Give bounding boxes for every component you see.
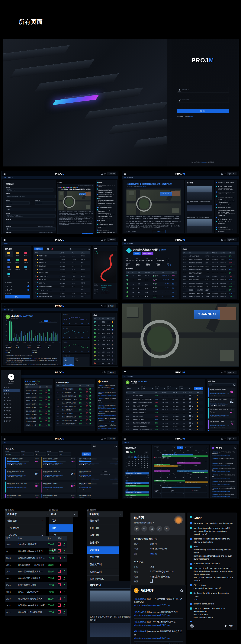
lock-icon[interactable] [197, 430, 198, 430]
calendar-event-item[interactable]: 例会17:30 [162, 457, 169, 458]
delete-icon[interactable] [58, 564, 61, 566]
task-link[interactable]: https://pm.youlishu.com/task/2712/view [98, 421, 116, 423]
grid-view-icon[interactable]: ▦ [88, 248, 90, 250]
save-icon[interactable] [48, 424, 50, 426]
save-icon[interactable] [89, 392, 90, 393]
related-item[interactable]: 浦东打造智能化“城市大脑” 构建9个图景的网格化综合管理体系 [187, 219, 212, 233]
report-icon[interactable] [192, 409, 193, 410]
save-icon[interactable] [48, 407, 50, 408]
mini-day[interactable]: 17 [134, 460, 136, 462]
delete-icon[interactable] [46, 396, 47, 398]
category-pdf[interactable]: pdf文档 [22, 252, 30, 257]
report-icon[interactable] [192, 406, 193, 406]
pm-task-item[interactable]: + 陈胜强 南星 任务2716: 云上贵州任务流程管理https://pm.yo… [134, 609, 183, 618]
drawer-item-1[interactable]: 项 目 [3, 389, 20, 392]
search-icon[interactable] [116, 446, 117, 447]
mini-day[interactable]: 3 [134, 456, 136, 458]
mini-day[interactable]: 8 [137, 466, 140, 468]
pm-task-item[interactable]: + 陈胜强 南星 任务2716: 云上贵州任务流程管理https://pm.yo… [212, 457, 235, 462]
file-stat-1[interactable]: ⇪正在上传7 [5, 284, 30, 288]
mini-day[interactable]: 4 [137, 456, 140, 458]
task-link[interactable]: https://pm.youlishu.com/task/2718/view [212, 454, 235, 456]
search-icon[interactable] [234, 447, 235, 448]
project-card[interactable]: 项目1342 南京双创大屏展示Aug 23 , 2019#新工能源可视化大屏#可… [42, 494, 76, 498]
delete-icon[interactable] [86, 413, 88, 414]
delete-icon[interactable] [46, 403, 47, 405]
delete-icon[interactable] [58, 557, 61, 559]
save-icon[interactable] [48, 403, 50, 405]
bell-icon[interactable] [101, 173, 102, 174]
task-link[interactable]: https://pm.youlishu.com/task/2658/view [134, 636, 183, 640]
query-submit-button[interactable]: 提交查询 [194, 387, 203, 390]
mini-day[interactable]: 29 [128, 464, 130, 466]
pm-task-item[interactable]: + 陈胜强 南星 任务2716: 云上贵州任务流程管理https://pm.yo… [98, 390, 116, 397]
gear-icon[interactable] [224, 438, 226, 440]
emoji-icon[interactable] [190, 624, 194, 628]
hours-input[interactable] [6, 221, 54, 224]
calendar-event-item[interactable]: 头脑风暴14:30 [177, 465, 184, 466]
close-icon[interactable]: × [3, 371, 20, 373]
edit-icon[interactable] [189, 426, 190, 427]
toolbar-icon[interactable] [77, 187, 78, 188]
new-folder-button[interactable]: 新建文件夹 [34, 248, 43, 251]
file-search-input[interactable] [69, 248, 87, 250]
calendar-event-bar[interactable]: 绿化种企管理平台调整设计 [162, 486, 200, 488]
gear-icon[interactable] [104, 239, 106, 241]
delete-icon[interactable] [58, 611, 61, 614]
calendar-event-bar[interactable]: 有理数数据可视化公众号运营 [154, 480, 185, 482]
person-icon[interactable]: ᴖ [164, 526, 170, 532]
delete-icon[interactable] [46, 390, 47, 391]
mini-day[interactable]: 9 [131, 458, 134, 460]
mini-day[interactable]: 4 [146, 464, 149, 466]
toolbar-icon[interactable] [70, 187, 71, 188]
calendar-event-item[interactable]: 例会17:30 [162, 474, 169, 474]
mini-day[interactable]: 14 [146, 458, 149, 460]
row-checkbox[interactable] [35, 258, 36, 260]
save-icon[interactable] [48, 421, 50, 422]
mini-day[interactable]: 5 [140, 456, 143, 458]
mini-day[interactable]: 7 [134, 466, 136, 468]
project-card[interactable]: 项目1202 小程序、微信、公众号、官网Aug 23 , 2019#新工能源可视… [6, 482, 40, 492]
delete-icon[interactable] [58, 543, 61, 546]
bell-icon[interactable] [222, 372, 223, 373]
row-checkbox[interactable] [35, 289, 36, 290]
rename-icon[interactable] [47, 248, 48, 250]
save-icon[interactable] [89, 423, 90, 424]
delete-icon[interactable] [86, 406, 88, 407]
task-link[interactable]: https://pm.youlishu.com/task/2703/view [212, 464, 235, 466]
row-checkbox[interactable] [35, 296, 36, 297]
task-link[interactable]: https://pm.youlishu.com/task/2703/view [98, 401, 116, 403]
mini-day[interactable]: 24 [134, 462, 136, 464]
mini-day[interactable]: 1 [128, 456, 130, 458]
user-menu[interactable]: 章北海 [107, 238, 116, 241]
drawer-item-5[interactable]: 用户评估 [3, 402, 20, 406]
mini-day[interactable]: 26 [140, 462, 143, 464]
pm-task-item[interactable]: + 陈胜强 南星 任务2658: 有理数数据可视化公众号运营https://pm… [212, 467, 235, 474]
read-more-button[interactable]: 阅读全文 [153, 230, 165, 233]
delete-icon[interactable] [58, 550, 61, 552]
project-card[interactable]: 项目1202 海南展览馆VR展览Aug 23 , 2019#新工能源可视化大屏#… [42, 482, 76, 492]
category-excel[interactable]: Excel表格 [14, 258, 21, 264]
user-menu[interactable]: 章北海 [107, 437, 116, 440]
task-link[interactable]: https://pm.youlishu.com/task/2716/view [98, 395, 116, 396]
user-menu[interactable]: 章北海 [227, 437, 237, 440]
bell-icon[interactable] [222, 438, 223, 439]
row-checkbox[interactable] [35, 276, 36, 276]
tab-年[interactable]: 年 [53, 320, 57, 322]
save-icon[interactable] [89, 395, 90, 396]
calendar-event-item[interactable]: 例会17:30 [162, 465, 169, 466]
gear-icon[interactable] [224, 173, 226, 174]
calendar-event-item[interactable]: 部门开会14:30 [192, 490, 200, 491]
toolbar-icon[interactable] [68, 187, 70, 188]
row-checkbox[interactable] [35, 262, 36, 263]
tab-周[interactable]: 周 [177, 446, 183, 449]
menu3-dropdown[interactable]: 更新时间 [87, 512, 123, 517]
menu-item[interactable]: 任务优先级+ [5, 524, 46, 532]
toolbar-icon[interactable] [58, 187, 60, 188]
toolbar-icon[interactable] [71, 187, 72, 188]
mini-day[interactable]: 21 [146, 460, 149, 462]
toolbar-icon[interactable] [73, 187, 74, 188]
gear-icon[interactable] [104, 305, 106, 307]
save-icon[interactable] [48, 400, 50, 401]
mini-day[interactable]: 22 [128, 462, 130, 464]
